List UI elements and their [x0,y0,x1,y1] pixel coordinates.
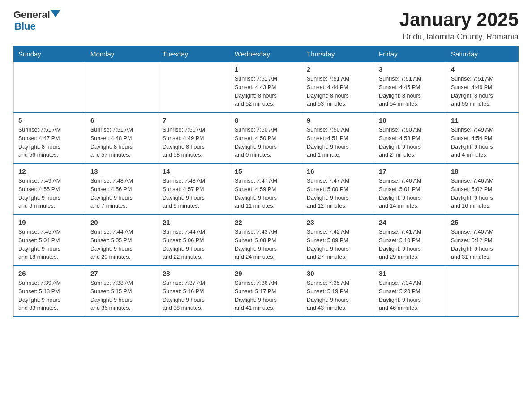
day-cell: 8Sunrise: 7:50 AM Sunset: 4:50 PM Daylig… [230,112,302,163]
day-cell: 15Sunrise: 7:47 AM Sunset: 4:59 PM Dayli… [230,163,302,214]
header-wednesday: Wednesday [230,47,302,62]
day-number: 29 [235,270,297,277]
day-number: 7 [163,116,225,124]
day-info: Sunrise: 7:51 AM Sunset: 4:43 PM Dayligh… [235,75,297,108]
day-cell: 4Sunrise: 7:51 AM Sunset: 4:46 PM Daylig… [446,62,519,113]
calendar-table: SundayMondayTuesdayWednesdayThursdayFrid… [13,46,519,317]
day-info: Sunrise: 7:34 AM Sunset: 5:20 PM Dayligh… [379,279,442,313]
day-cell: 13Sunrise: 7:48 AM Sunset: 4:56 PM Dayli… [86,163,158,214]
day-number: 12 [18,167,81,175]
header-sunday: Sunday [14,47,86,62]
day-info: Sunrise: 7:44 AM Sunset: 5:05 PM Dayligh… [90,228,153,261]
day-number: 28 [163,270,225,277]
day-info: Sunrise: 7:50 AM Sunset: 4:50 PM Dayligh… [235,126,297,159]
day-cell: 12Sunrise: 7:49 AM Sunset: 4:55 PM Dayli… [14,163,86,214]
day-info: Sunrise: 7:50 AM Sunset: 4:53 PM Dayligh… [379,126,442,159]
day-info: Sunrise: 7:46 AM Sunset: 5:01 PM Dayligh… [379,177,442,210]
day-info: Sunrise: 7:35 AM Sunset: 5:19 PM Dayligh… [307,279,369,313]
day-info: Sunrise: 7:51 AM Sunset: 4:47 PM Dayligh… [18,126,81,159]
day-number: 4 [451,65,514,73]
days-of-week-row: SundayMondayTuesdayWednesdayThursdayFrid… [14,47,519,62]
logo-blue: Blue [14,21,36,32]
header-saturday: Saturday [446,47,519,62]
day-info: Sunrise: 7:49 AM Sunset: 4:54 PM Dayligh… [451,126,514,159]
week-row-3: 12Sunrise: 7:49 AM Sunset: 4:55 PM Dayli… [14,163,519,214]
day-cell: 30Sunrise: 7:35 AM Sunset: 5:19 PM Dayli… [302,265,374,317]
day-cell: 28Sunrise: 7:37 AM Sunset: 5:16 PM Dayli… [158,265,230,317]
day-cell: 7Sunrise: 7:50 AM Sunset: 4:49 PM Daylig… [158,112,230,163]
day-number: 30 [307,270,369,277]
day-number: 27 [90,270,153,277]
day-number: 16 [307,167,369,175]
day-number: 18 [451,167,514,175]
day-number: 9 [307,116,369,124]
day-cell: 21Sunrise: 7:44 AM Sunset: 5:06 PM Dayli… [158,214,230,265]
day-number: 10 [379,116,442,124]
day-cell [86,62,158,113]
day-number: 20 [90,218,153,226]
day-cell [158,62,230,113]
week-row-4: 19Sunrise: 7:45 AM Sunset: 5:04 PM Dayli… [14,214,519,265]
header-friday: Friday [374,47,446,62]
day-info: Sunrise: 7:51 AM Sunset: 4:45 PM Dayligh… [379,75,442,108]
day-cell: 31Sunrise: 7:34 AM Sunset: 5:20 PM Dayli… [374,265,446,317]
day-cell [446,265,519,317]
day-cell: 24Sunrise: 7:41 AM Sunset: 5:10 PM Dayli… [374,214,446,265]
header-tuesday: Tuesday [158,47,230,62]
calendar-body: 1Sunrise: 7:51 AM Sunset: 4:43 PM Daylig… [14,62,519,317]
week-row-5: 26Sunrise: 7:39 AM Sunset: 5:13 PM Dayli… [14,265,519,317]
day-cell: 18Sunrise: 7:46 AM Sunset: 5:02 PM Dayli… [446,163,519,214]
day-info: Sunrise: 7:48 AM Sunset: 4:56 PM Dayligh… [90,177,153,210]
day-cell: 2Sunrise: 7:51 AM Sunset: 4:44 PM Daylig… [302,62,374,113]
day-number: 13 [90,167,153,175]
day-info: Sunrise: 7:39 AM Sunset: 5:13 PM Dayligh… [18,279,81,313]
day-cell: 14Sunrise: 7:48 AM Sunset: 4:57 PM Dayli… [158,163,230,214]
day-number: 31 [379,270,442,277]
day-number: 17 [379,167,442,175]
day-number: 1 [235,65,297,73]
day-number: 8 [235,116,297,124]
day-info: Sunrise: 7:51 AM Sunset: 4:44 PM Dayligh… [307,75,369,108]
header-monday: Monday [86,47,158,62]
day-cell: 11Sunrise: 7:49 AM Sunset: 4:54 PM Dayli… [446,112,519,163]
day-info: Sunrise: 7:40 AM Sunset: 5:12 PM Dayligh… [451,228,514,261]
day-info: Sunrise: 7:51 AM Sunset: 4:48 PM Dayligh… [90,126,153,159]
calendar-title: January 2025 [399,9,519,30]
day-info: Sunrise: 7:51 AM Sunset: 4:46 PM Dayligh… [451,75,514,108]
day-cell: 20Sunrise: 7:44 AM Sunset: 5:05 PM Dayli… [86,214,158,265]
day-cell: 3Sunrise: 7:51 AM Sunset: 4:45 PM Daylig… [374,62,446,113]
day-number: 6 [90,116,153,124]
day-info: Sunrise: 7:50 AM Sunset: 4:51 PM Dayligh… [307,126,369,159]
day-info: Sunrise: 7:41 AM Sunset: 5:10 PM Dayligh… [379,228,442,261]
logo: General Blue [13,9,60,32]
day-cell: 22Sunrise: 7:43 AM Sunset: 5:08 PM Dayli… [230,214,302,265]
day-info: Sunrise: 7:47 AM Sunset: 5:00 PM Dayligh… [307,177,369,210]
day-number: 11 [451,116,514,124]
calendar-header: SundayMondayTuesdayWednesdayThursdayFrid… [14,47,519,62]
page-header: General Blue January 2025 Dridu, Ialomit… [13,9,519,42]
logo-triangle-icon [51,10,60,17]
day-cell: 19Sunrise: 7:45 AM Sunset: 5:04 PM Dayli… [14,214,86,265]
day-number: 22 [235,218,297,226]
day-number: 24 [379,218,442,226]
day-cell: 10Sunrise: 7:50 AM Sunset: 4:53 PM Dayli… [374,112,446,163]
calendar-subtitle: Dridu, Ialomita County, Romania [399,32,519,42]
day-cell [14,62,86,113]
day-cell: 29Sunrise: 7:36 AM Sunset: 5:17 PM Dayli… [230,265,302,317]
day-cell: 5Sunrise: 7:51 AM Sunset: 4:47 PM Daylig… [14,112,86,163]
day-number: 15 [235,167,297,175]
title-section: January 2025 Dridu, Ialomita County, Rom… [399,9,519,42]
day-number: 2 [307,65,369,73]
day-info: Sunrise: 7:43 AM Sunset: 5:08 PM Dayligh… [235,228,297,261]
header-thursday: Thursday [302,47,374,62]
day-info: Sunrise: 7:42 AM Sunset: 5:09 PM Dayligh… [307,228,369,261]
week-row-1: 1Sunrise: 7:51 AM Sunset: 4:43 PM Daylig… [14,62,519,113]
week-row-2: 5Sunrise: 7:51 AM Sunset: 4:47 PM Daylig… [14,112,519,163]
day-info: Sunrise: 7:49 AM Sunset: 4:55 PM Dayligh… [18,177,81,210]
day-info: Sunrise: 7:50 AM Sunset: 4:49 PM Dayligh… [163,126,225,159]
day-number: 19 [18,218,81,226]
logo-general: General [13,9,50,21]
day-number: 21 [163,218,225,226]
day-info: Sunrise: 7:36 AM Sunset: 5:17 PM Dayligh… [235,279,297,313]
day-number: 14 [163,167,225,175]
